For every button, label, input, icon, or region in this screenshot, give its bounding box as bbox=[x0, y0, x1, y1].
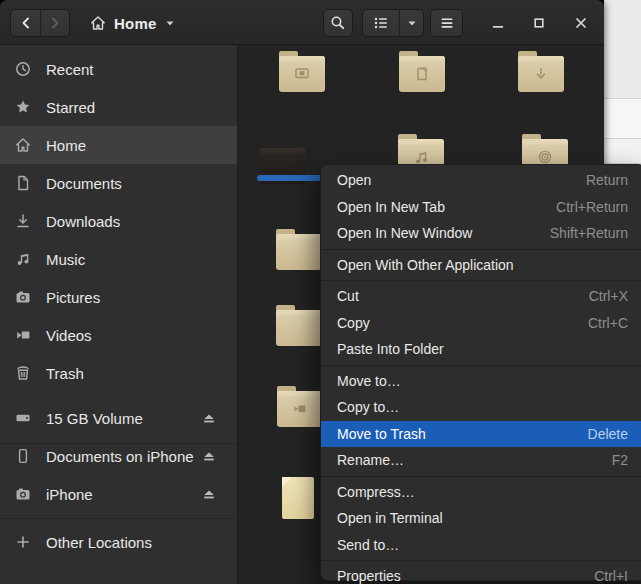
maximize-button[interactable] bbox=[527, 11, 551, 35]
file-item-p[interactable] bbox=[276, 228, 322, 274]
menu-separator bbox=[321, 249, 641, 250]
menu-item-open-with-other-application[interactable]: Open With Other Application bbox=[321, 252, 641, 279]
menu-item-label: Cut bbox=[337, 288, 359, 304]
clock-icon bbox=[15, 61, 31, 77]
background-window-row bbox=[604, 98, 641, 138]
menu-item-open-in-new-window[interactable]: Open In New WindowShift+Return bbox=[321, 220, 641, 247]
drive-icon bbox=[15, 410, 31, 426]
menu-item-shortcut: Shift+Return bbox=[550, 225, 628, 241]
background-window-row bbox=[604, 138, 641, 163]
sidebar-item-documents[interactable]: Documents bbox=[0, 164, 237, 202]
view-toggle-button[interactable] bbox=[363, 10, 399, 36]
menu-item-copy-to[interactable]: Copy to… bbox=[321, 394, 641, 421]
menu-item-move-to-trash[interactable]: Move to TrashDelete bbox=[321, 421, 641, 448]
sidebar-item-trash[interactable]: Trash bbox=[0, 354, 237, 392]
caret-down-icon bbox=[164, 17, 176, 29]
sidebar-item-starred[interactable]: Starred bbox=[0, 88, 237, 126]
menu-item-label: Open bbox=[337, 172, 371, 188]
search-button[interactable] bbox=[323, 9, 353, 37]
view-options-button[interactable] bbox=[399, 10, 423, 36]
sidebar-item-home[interactable]: Home bbox=[0, 126, 237, 164]
menu-item-label: Open In New Tab bbox=[337, 199, 445, 215]
sidebar-item-label: Other Locations bbox=[46, 534, 152, 551]
navigation-buttons bbox=[10, 9, 70, 37]
forward-button[interactable] bbox=[40, 10, 69, 36]
sidebar-separator bbox=[0, 518, 237, 519]
sidebar-item-music[interactable]: Music bbox=[0, 240, 237, 278]
menu-separator bbox=[321, 280, 641, 281]
trash-icon bbox=[15, 365, 31, 381]
sidebar-item-label: Pictures bbox=[46, 289, 100, 306]
file-icon bbox=[282, 477, 314, 519]
file-item-documents[interactable] bbox=[367, 50, 477, 96]
sidebar-item-downloads[interactable]: Downloads bbox=[0, 202, 237, 240]
menu-item-properties[interactable]: PropertiesCtrl+I bbox=[321, 563, 641, 584]
sidebar-item-pictures[interactable]: Pictures bbox=[0, 278, 237, 316]
sidebar-item-iphone[interactable]: iPhone bbox=[0, 475, 237, 513]
sidebar-devices: 15 GB VolumeDocuments on iPhoneiPhone bbox=[0, 399, 237, 513]
menu-item-open-in-new-tab[interactable]: Open In New TabCtrl+Return bbox=[321, 194, 641, 221]
menu-item-shortcut: F2 bbox=[612, 452, 628, 468]
menu-item-label: Send to… bbox=[337, 537, 399, 553]
chevron-left-icon bbox=[18, 15, 34, 31]
list-view-icon bbox=[373, 15, 389, 31]
menu-item-move-to[interactable]: Move to… bbox=[321, 368, 641, 395]
sidebar-item-label: Trash bbox=[46, 365, 84, 382]
background-window-header bbox=[604, 0, 641, 98]
menu-item-label: Move to… bbox=[337, 373, 401, 389]
hamburger-icon bbox=[439, 15, 455, 31]
emblem-documents-icon bbox=[413, 66, 431, 85]
plus-icon bbox=[15, 534, 31, 550]
search-icon bbox=[330, 15, 346, 31]
menu-item-open-in-terminal[interactable]: Open in Terminal bbox=[321, 505, 641, 532]
sidebar-item-15-gb-volume[interactable]: 15 GB Volume bbox=[0, 399, 237, 437]
eject-icon[interactable] bbox=[201, 448, 217, 464]
emblem-desktop-icon bbox=[292, 67, 312, 85]
menu-item-rename[interactable]: Rename…F2 bbox=[321, 447, 641, 474]
sidebar-item-recent[interactable]: Recent bbox=[0, 50, 237, 88]
file-item-desktop[interactable] bbox=[247, 50, 357, 96]
eject-icon[interactable] bbox=[201, 486, 217, 502]
sidebar-item-videos[interactable]: Videos bbox=[0, 316, 237, 354]
file-item-selected[interactable] bbox=[260, 142, 306, 188]
menu-item-compress[interactable]: Compress… bbox=[321, 479, 641, 506]
emblem-video-icon bbox=[291, 402, 309, 420]
file-item-sn[interactable] bbox=[276, 304, 322, 350]
eject-icon[interactable] bbox=[201, 410, 217, 426]
sidebar-item-label: 15 GB Volume bbox=[46, 410, 143, 427]
menu-separator bbox=[321, 476, 641, 477]
camera-icon bbox=[15, 486, 31, 502]
menu-item-open[interactable]: OpenReturn bbox=[321, 167, 641, 194]
sidebar-item-label: Music bbox=[46, 251, 85, 268]
menu-item-label: Open in Terminal bbox=[337, 510, 443, 526]
location-button[interactable]: Home bbox=[82, 8, 184, 38]
location-label: Home bbox=[114, 15, 156, 32]
menu-item-label: Open In New Window bbox=[337, 225, 472, 241]
folder-icon bbox=[279, 56, 325, 92]
back-button[interactable] bbox=[11, 10, 40, 36]
sidebar-item-label: Documents on iPhone bbox=[46, 448, 194, 465]
app-menu-button[interactable] bbox=[430, 9, 463, 37]
menu-item-shortcut: Ctrl+C bbox=[588, 315, 628, 331]
file-item-downloads[interactable] bbox=[486, 50, 596, 96]
menu-item-copy[interactable]: CopyCtrl+C bbox=[321, 310, 641, 337]
file-item-vid[interactable] bbox=[277, 385, 323, 431]
menu-item-send-to[interactable]: Send to… bbox=[321, 532, 641, 559]
sidebar-item-documents-on-iphone[interactable]: Documents on iPhone bbox=[0, 437, 237, 475]
menu-item-label: Move to Trash bbox=[337, 426, 426, 442]
sidebar-item-other-locations[interactable]: Other Locations bbox=[0, 523, 237, 561]
menu-item-cut[interactable]: CutCtrl+X bbox=[321, 283, 641, 310]
sidebar-item-label: Documents bbox=[46, 175, 122, 192]
minimize-button[interactable] bbox=[486, 11, 510, 35]
phone-icon bbox=[15, 448, 31, 464]
menu-item-shortcut: Ctrl+X bbox=[589, 288, 628, 304]
file-item-mysql[interactable] bbox=[282, 477, 314, 519]
menu-item-paste-into-folder[interactable]: Paste Into Folder bbox=[321, 336, 641, 363]
menu-item-label: Rename… bbox=[337, 452, 404, 468]
sidebar-item-label: Home bbox=[46, 137, 86, 154]
menu-item-label: Copy bbox=[337, 315, 370, 331]
view-buttons bbox=[362, 9, 424, 37]
sidebar: RecentStarredHomeDocumentsDownloadsMusic… bbox=[0, 45, 238, 584]
close-button[interactable] bbox=[569, 11, 593, 35]
home-icon bbox=[90, 15, 106, 31]
